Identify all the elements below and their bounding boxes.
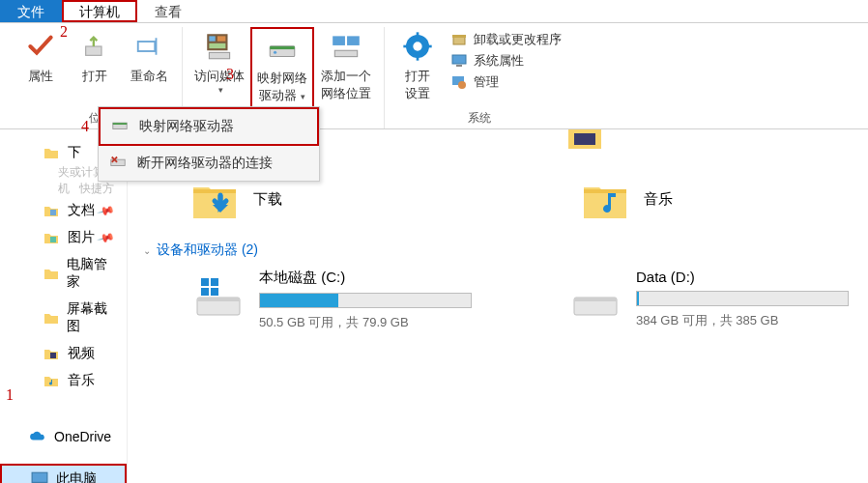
- svg-point-10: [274, 51, 276, 54]
- nav-music[interactable]: 音乐: [0, 367, 127, 394]
- access-media-button[interactable]: 访问媒体▾: [188, 27, 250, 108]
- svg-rect-14: [333, 36, 345, 45]
- library-row: 下载 音乐: [147, 176, 849, 222]
- svg-rect-32: [32, 472, 47, 482]
- drives-row: 本地磁盘 (C:) 50.5 GB 可用，共 79.9 GB Data (D:)…: [147, 269, 849, 331]
- settings-label-1: 打开: [405, 68, 430, 85]
- folder-icon: [43, 372, 60, 389]
- gear-icon: [400, 29, 435, 64]
- drive-d[interactable]: Data (D:) 384 GB 可用，共 385 GB: [568, 269, 849, 331]
- svg-rect-25: [452, 55, 466, 64]
- system-properties-button[interactable]: 系统属性: [445, 50, 567, 71]
- properties-label: 属性: [28, 68, 53, 85]
- check-icon: [23, 29, 58, 64]
- pin-icon: 📌: [97, 201, 116, 220]
- svg-rect-24: [452, 35, 466, 38]
- svg-rect-40: [197, 298, 240, 301]
- svg-rect-42: [211, 278, 218, 286]
- add-netloc-label-1: 添加一个: [321, 68, 371, 85]
- window-tabs: 文件 计算机 查看: [0, 0, 868, 23]
- open-settings-button[interactable]: 打开 设置: [391, 27, 445, 104]
- chevron-down-icon: ⌄: [143, 245, 151, 256]
- network-drive-icon: [110, 115, 130, 134]
- manage-label: 管理: [474, 73, 499, 91]
- open-button[interactable]: 打开: [68, 27, 122, 87]
- section-label: 设备和驱动器 (2): [157, 242, 258, 259]
- svg-rect-5: [217, 36, 226, 41]
- svg-rect-29: [50, 210, 56, 215]
- annotation-4: 4: [81, 118, 89, 135]
- svg-rect-43: [201, 288, 209, 296]
- tab-view[interactable]: 查看: [137, 0, 199, 22]
- uninstall-programs-button[interactable]: 卸载或更改程序: [445, 29, 567, 50]
- onedrive-icon: [29, 428, 46, 445]
- nav-this-pc[interactable]: 此电脑: [0, 464, 127, 483]
- section-devices-drives[interactable]: ⌄ 设备和驱动器 (2): [143, 242, 849, 259]
- svg-rect-41: [201, 278, 209, 286]
- local-disk-icon: [568, 269, 622, 323]
- local-disk-icon: [191, 269, 246, 323]
- svg-rect-15: [347, 36, 360, 45]
- annotation-1: 1: [6, 386, 14, 404]
- folder-icon: [43, 229, 60, 246]
- svg-rect-7: [209, 52, 229, 58]
- content-pane: 下载 音乐 ⌄ 设备和驱动器 (2) 本地磁盘 (C:) 50.: [128, 129, 868, 483]
- svg-rect-0: [86, 46, 101, 55]
- dropdown-map-label: 映射网络驱动器: [139, 118, 234, 135]
- folder-icon: [43, 345, 60, 362]
- map-network-drive-button[interactable]: 映射网络 驱动器 ▾ 映射网络驱动器 断开网络驱动器的连接: [250, 27, 314, 108]
- dropdown-disconnect-drive[interactable]: 断开网络驱动器的连接: [99, 146, 319, 181]
- ribbon: 属性 打开 重命名 位 访问媒体▾: [0, 23, 868, 129]
- svg-rect-46: [574, 298, 617, 301]
- svg-rect-38: [574, 133, 595, 145]
- svg-rect-22: [426, 45, 431, 48]
- drive-c-name: 本地磁盘 (C:): [259, 269, 472, 287]
- nav-videos[interactable]: 视频: [0, 340, 127, 367]
- nav-documents[interactable]: 文档 📌: [0, 197, 127, 224]
- dropdown-disconnect-label: 断开网络驱动器的连接: [137, 155, 273, 172]
- videos-folder-tail-icon: [568, 124, 601, 152]
- add-network-location-icon: [329, 29, 363, 64]
- nav-pictures[interactable]: 图片 📌: [0, 224, 127, 251]
- nav-onedrive[interactable]: OneDrive: [0, 423, 127, 450]
- svg-rect-19: [417, 32, 420, 37]
- tab-file[interactable]: 文件: [0, 0, 62, 22]
- svg-rect-44: [211, 288, 218, 296]
- nav-screenshots[interactable]: 屏幕截图: [0, 296, 127, 340]
- tab-computer[interactable]: 计算机: [62, 0, 137, 22]
- library-music[interactable]: 音乐: [582, 176, 673, 222]
- open-label: 打开: [82, 68, 107, 85]
- svg-rect-26: [456, 65, 462, 67]
- library-downloads[interactable]: 下载: [191, 176, 282, 222]
- sysprops-label: 系统属性: [474, 52, 524, 70]
- folder-icon: [43, 265, 59, 282]
- drive-d-usage-bar: [636, 291, 849, 306]
- folder-icon: [43, 202, 60, 219]
- add-network-location-button[interactable]: 添加一个 网络位置: [314, 27, 378, 108]
- svg-rect-12: [113, 123, 127, 125]
- monitor-icon: [31, 470, 48, 483]
- svg-rect-9: [270, 46, 295, 49]
- svg-rect-4: [209, 36, 215, 41]
- nav-pcmanager-label: 电脑管家: [67, 256, 119, 291]
- group-label-system: 系统: [468, 110, 491, 128]
- pin-icon: 📌: [97, 228, 116, 247]
- nav-pcmanager[interactable]: 电脑管家: [0, 251, 127, 296]
- dropdown-arrow-icon: ▾: [299, 92, 306, 101]
- folder-icon: [43, 144, 60, 161]
- dropdown-map-drive[interactable]: 映射网络驱动器: [99, 107, 319, 146]
- map-drive-dropdown: 映射网络驱动器 断开网络驱动器的连接: [98, 106, 320, 182]
- svg-rect-31: [50, 353, 56, 358]
- svg-rect-30: [50, 237, 56, 242]
- drive-d-name: Data (D:): [636, 269, 849, 285]
- manage-button[interactable]: 管理: [445, 71, 567, 93]
- nav-onedrive-label: OneDrive: [54, 429, 111, 444]
- access-media-label: 访问媒体: [194, 68, 245, 85]
- open-icon: [77, 29, 112, 64]
- drive-c[interactable]: 本地磁盘 (C:) 50.5 GB 可用，共 79.9 GB: [191, 269, 472, 331]
- downloads-folder-icon: [191, 176, 238, 222]
- drive-c-stat: 50.5 GB 可用，共 79.9 GB: [259, 314, 472, 331]
- rename-button[interactable]: 重命名: [122, 27, 176, 87]
- nav-screenshots-label: 屏幕截图: [67, 300, 119, 335]
- annotation-3: 3: [226, 66, 234, 83]
